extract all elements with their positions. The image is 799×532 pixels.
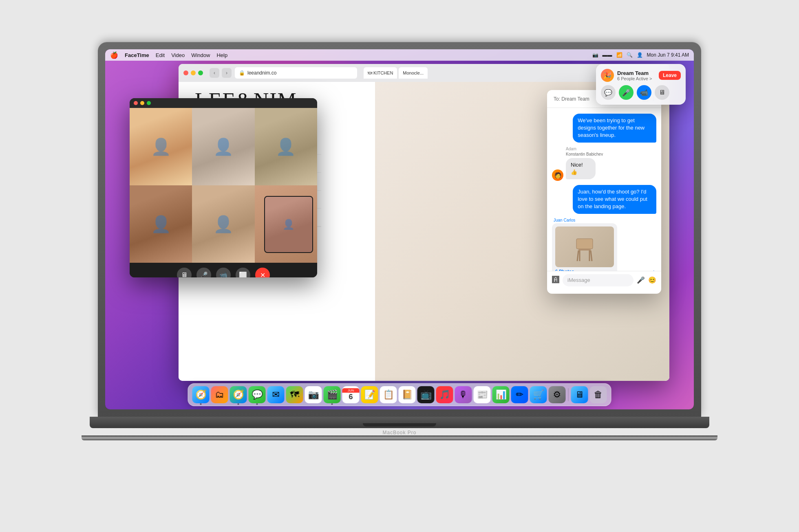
apple-logo-icon[interactable]: 🍎 bbox=[110, 51, 118, 59]
dock-calendar-icon[interactable]: JUN 6 bbox=[342, 386, 360, 403]
dock-launchpad-icon[interactable]: 🗂 bbox=[211, 386, 228, 403]
ft-end-call-button[interactable]: ✕ bbox=[255, 268, 270, 277]
browser-close-dot[interactable] bbox=[183, 70, 188, 75]
messages-input-field[interactable]: iMessage bbox=[563, 274, 633, 286]
widget-mic-button[interactable]: 🎤 bbox=[619, 85, 633, 100]
dock-systemprefs-icon[interactable]: ⚙ bbox=[549, 386, 566, 403]
dock-podcasts-icon[interactable]: 🎙 bbox=[455, 386, 472, 403]
messages-share-icon[interactable]: ⬆ bbox=[651, 270, 656, 271]
browser-tab-kitchen[interactable]: 🍽 KITCHEN bbox=[364, 67, 397, 79]
facetime-widget[interactable]: 🎉 Dream Team 6 People Active > Leave 💬 🎤… bbox=[596, 64, 686, 105]
macbook-lid: 🍎 FaceTime Edit Video Window Help 📷 ▬▬ 📶… bbox=[98, 42, 701, 417]
widget-top: 🎉 Dream Team 6 People Active > Leave bbox=[601, 69, 681, 82]
menubar-app-name[interactable]: FaceTime bbox=[125, 52, 149, 58]
menubar: 🍎 FaceTime Edit Video Window Help 📷 ▬▬ 📶… bbox=[105, 49, 694, 61]
ft-close-dot[interactable] bbox=[134, 101, 138, 105]
chair-svg bbox=[572, 235, 597, 263]
ft-maximize-dot[interactable] bbox=[147, 101, 151, 105]
messages-photo-card[interactable]: 6 Photos bbox=[552, 223, 617, 271]
screen-bezel: 🍎 FaceTime Edit Video Window Help 📷 ▬▬ 📶… bbox=[105, 49, 694, 409]
menubar-left: 🍎 FaceTime Edit Video Window Help bbox=[110, 51, 227, 59]
svg-rect-1 bbox=[578, 249, 591, 251]
dock-messages-icon[interactable]: 💬 bbox=[249, 386, 266, 403]
menubar-right: 📷 ▬▬ 📶 🔍 👤 Mon Jun 7 9:41 AM bbox=[592, 52, 689, 58]
browser-nav: ‹ › bbox=[210, 68, 232, 78]
facetime-header bbox=[130, 98, 317, 108]
dock-safari-icon[interactable]: 🧭 bbox=[230, 386, 247, 403]
messages-sender-adam: Adam bbox=[566, 147, 603, 151]
ft-screen-button[interactable]: 🖥 bbox=[177, 268, 192, 277]
dock-trash-icon[interactable]: 🗑 bbox=[590, 386, 607, 403]
widget-name: Dream Team bbox=[617, 70, 659, 76]
browser-back-button[interactable]: ‹ bbox=[210, 68, 219, 78]
address-bar[interactable]: 🔒 leeandnim.co bbox=[235, 67, 357, 79]
video-cell-3 bbox=[255, 108, 317, 185]
dock-freeform-icon[interactable]: 📔 bbox=[399, 386, 416, 403]
ft-camera-button[interactable]: 📹 bbox=[216, 268, 231, 277]
facetime-window[interactable]: 🖥 🎤 📹 ⬜ ✕ bbox=[130, 98, 317, 277]
dock-pages-icon[interactable]: ✏ bbox=[511, 386, 528, 403]
browser-tabs: 🍽 KITCHEN Monocle... bbox=[364, 67, 428, 79]
svg-line-3 bbox=[591, 251, 592, 261]
widget-info: Dream Team 6 People Active > bbox=[617, 70, 659, 81]
widget-controls: 💬 🎤 📹 🖥 bbox=[601, 85, 681, 100]
dock-notes-icon[interactable]: 📝 bbox=[361, 386, 378, 403]
widget-subtitle: 6 People Active > bbox=[617, 76, 659, 81]
dock-news-icon[interactable]: 📰 bbox=[474, 386, 491, 403]
messages-received-row-2: Juan Carlos bbox=[552, 218, 656, 271]
widget-message-button[interactable]: 💬 bbox=[601, 85, 616, 100]
facetime-controls: 🖥 🎤 📹 ⬜ ✕ bbox=[130, 263, 317, 277]
widget-screen-button[interactable]: 🖥 bbox=[655, 85, 669, 100]
svg-line-2 bbox=[577, 251, 578, 261]
messages-sender-juan: Juan Carlos bbox=[554, 218, 617, 222]
dock-appletv-icon[interactable]: 📺 bbox=[417, 386, 435, 403]
macbook-feet bbox=[82, 435, 717, 440]
browser-tab-monocle[interactable]: Monocle... bbox=[399, 67, 428, 79]
browser-forward-button[interactable]: › bbox=[222, 68, 232, 78]
video-cell-large bbox=[264, 196, 313, 253]
dock-photos-icon[interactable]: 📷 bbox=[305, 386, 322, 403]
dock-music-icon[interactable]: 🎵 bbox=[436, 386, 453, 403]
messages-apps-icon[interactable]: 🅰 bbox=[552, 276, 559, 284]
dock-separator bbox=[568, 388, 569, 401]
macbook-outer: 🍎 FaceTime Edit Video Window Help 📷 ▬▬ 📶… bbox=[98, 42, 701, 490]
messages-photo-img bbox=[555, 226, 614, 267]
ft-minimize-dot[interactable] bbox=[140, 101, 144, 105]
menubar-window[interactable]: Window bbox=[191, 52, 210, 58]
menubar-edit[interactable]: Edit bbox=[156, 52, 165, 58]
svg-rect-0 bbox=[576, 239, 593, 249]
dock-reminders-icon[interactable]: 📋 bbox=[380, 386, 397, 403]
dock-maps-icon[interactable]: 🗺 bbox=[286, 386, 303, 403]
menubar-video[interactable]: Video bbox=[171, 52, 185, 58]
messages-photo-label: 6 Photos bbox=[555, 269, 614, 271]
widget-avatar: 🎉 bbox=[601, 69, 614, 82]
ft-mic-button[interactable]: 🎤 bbox=[196, 268, 211, 277]
video-cell-2 bbox=[192, 108, 254, 185]
address-bar-url: leeandnim.co bbox=[247, 70, 276, 76]
menubar-help[interactable]: Help bbox=[216, 52, 227, 58]
dock-numbers-icon[interactable]: 📊 bbox=[492, 386, 510, 403]
messages-bubble-sent-1: We've been trying to get designs togethe… bbox=[573, 114, 656, 143]
dock-mail-icon[interactable]: ✉ bbox=[267, 386, 285, 403]
ft-share-button[interactable]: ⬜ bbox=[236, 268, 250, 277]
messages-bubble-sent-2: Juan, how'd the shoot go? I'd love to se… bbox=[573, 185, 656, 214]
widget-leave-button[interactable]: Leave bbox=[659, 71, 681, 80]
dock-appstore-icon[interactable]: 🛒 bbox=[530, 386, 547, 403]
browser-maximize-dot[interactable] bbox=[198, 70, 203, 75]
messages-audio-icon[interactable]: 🎤 bbox=[637, 276, 645, 284]
dock-finder-icon[interactable]: 🧭 bbox=[192, 386, 210, 403]
messages-window: To: Dream Team 📹 ℹ We've been trying to … bbox=[547, 90, 661, 294]
messages-input-bar: 🅰 iMessage 🎤 😊 bbox=[547, 271, 661, 289]
macbook-model-text: MacBook Pro bbox=[382, 430, 416, 435]
browser-minimize-dot[interactable] bbox=[191, 70, 196, 75]
menubar-user-icon: 👤 bbox=[637, 52, 643, 58]
messages-sender-konstantin: Konstantin Babichev bbox=[566, 152, 603, 156]
dock-sidecar-icon[interactable]: 🖥 bbox=[571, 386, 588, 403]
widget-video-button[interactable]: 📹 bbox=[637, 85, 651, 100]
messages-to-label: To: Dream Team bbox=[554, 96, 589, 102]
messages-sent-1: We've been trying to get designs togethe… bbox=[552, 112, 656, 144]
dock-facetime-icon[interactable]: 🎬 bbox=[324, 386, 341, 403]
menubar-search-icon[interactable]: 🔍 bbox=[627, 52, 633, 58]
messages-emoji-icon[interactable]: 😊 bbox=[648, 276, 656, 284]
dock: 🧭 🗂 🧭 💬 ✉ 🗺 📷 🎬 bbox=[188, 383, 611, 406]
